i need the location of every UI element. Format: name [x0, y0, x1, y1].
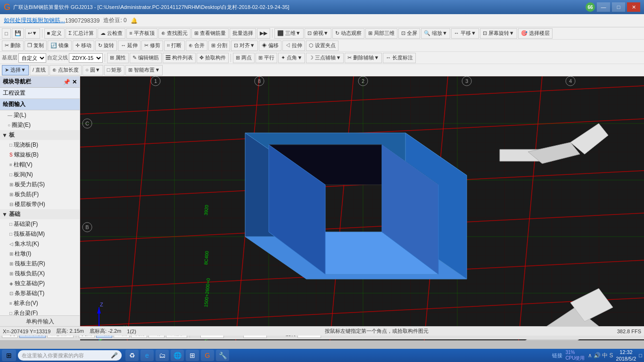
tree-item-spiral-slab[interactable]: S 螺旋板(B) [8, 150, 80, 160]
taskbar-icon-gdlda[interactable]: G [201, 350, 214, 361]
tree-item-beam[interactable]: — 梁(L) [0, 110, 80, 120]
taskbar-icon-globe[interactable]: 🌐 [171, 350, 184, 361]
tree-item-sump[interactable]: ◁ 集水坑(K) [8, 239, 80, 249]
line-tool-btn[interactable]: / 直线 [30, 65, 49, 75]
split-btn[interactable]: ⊞ 分割 [208, 41, 230, 51]
view-rebar-btn[interactable]: ⊞ 查看钢筋量 [191, 28, 229, 39]
phone-number: 13907298339 [65, 17, 99, 24]
cloud-check-btn[interactable]: ☁ 云检查 [98, 28, 125, 39]
parallel-btn[interactable]: ⊞ 平行 [256, 53, 277, 63]
notification-icon[interactable]: □ [639, 353, 642, 358]
more-btn[interactable]: ▶▶ [257, 28, 270, 39]
time-area[interactable]: 12:32 2018/5/2 [616, 349, 636, 362]
tree-group-slab[interactable]: ▼ 板 [0, 130, 80, 140]
circle-tool-btn[interactable]: ○ 圆▼ [83, 65, 103, 75]
taskbar-icon-cortana[interactable]: ♻ [125, 350, 139, 361]
maximize-button[interactable]: □ [612, 2, 625, 12]
local-3d-btn[interactable]: ⊞ 局部三维 [365, 28, 397, 39]
fullscreen-btn[interactable]: ⊡ 全屏 [398, 28, 420, 39]
tree-item-found-beam[interactable]: □ 基础梁(F) [8, 219, 80, 229]
dimension-btn[interactable]: ↔ 长度标注 [383, 53, 416, 63]
taskbar-icon-explorer[interactable]: 🗂 [156, 350, 169, 361]
tree-item-pile-cap[interactable]: ≡ 桩承台(V) [8, 298, 80, 308]
dynamic-obs-btn[interactable]: ↻ 动态观察 [332, 28, 364, 39]
move-btn[interactable]: ✛ 移动 [73, 41, 94, 51]
tree-item-column-cap[interactable]: ≡ 柱帽(V) [8, 160, 80, 170]
tree-item-slab-rebar[interactable]: ⊞ 板受力筋(S) [8, 180, 80, 189]
batch-select-btn[interactable]: 批量选择 [230, 28, 256, 39]
save-btn[interactable]: 💾 [12, 28, 24, 39]
pan-btn[interactable]: ↔ 平移▼ [451, 28, 479, 39]
property-btn[interactable]: ⊞ 属性 [107, 53, 129, 63]
grip-btn[interactable]: ⬡ 设置夹点 [306, 41, 339, 51]
point-angle-btn[interactable]: ✦ 点角▼ [278, 53, 305, 63]
tree-item-cast-slab[interactable]: □ 现浇板(B) [8, 140, 80, 150]
taskbar-icon-tool[interactable]: 🔧 [216, 350, 229, 361]
undo-btn[interactable]: ↩▼ [25, 28, 40, 39]
tree-item-raft-main-rebar[interactable]: ⊞ 筏板主筋(R) [8, 259, 80, 269]
viewport[interactable]: 1 8 2 3 4 C B 3920 8C400 1500+2600+0 120… [80, 76, 644, 340]
screen-rotate-btn[interactable]: ⊡ 屏幕旋转▼ [480, 28, 517, 39]
stretch-btn[interactable]: ◁ 拉伸 [282, 41, 305, 51]
component-list-btn[interactable]: ☰ 构件列表 [163, 53, 196, 63]
zoom-btn[interactable]: 🔍 缩放▼ [421, 28, 450, 39]
extend-btn[interactable]: ↔ 延伸 [118, 41, 140, 51]
notif-right: 13907298339 造价豆: 0 🔔 [65, 16, 138, 25]
mirror-btn[interactable]: 🔃 镜像 [48, 41, 72, 51]
close-button[interactable]: ✕ [627, 2, 640, 12]
select-floor-btn[interactable]: 🎯 选择楼层 [518, 28, 553, 39]
engineering-settings[interactable]: 工程设置 [0, 88, 80, 99]
trim-btn[interactable]: ✂ 修剪 [141, 41, 163, 51]
tree-group-foundation[interactable]: ▼ 基础 [0, 209, 80, 219]
taskbar-search[interactable]: 在这里输入你要搜索的内容 🎤 [18, 350, 122, 361]
add-length-btn[interactable]: ⊕ 点加长度 [50, 65, 82, 75]
break-btn[interactable]: ⌗ 打断 [164, 41, 184, 51]
start-button[interactable]: ⊞ [2, 350, 16, 361]
tree-item-slab-hole[interactable]: □ 板洞(N) [8, 170, 80, 180]
taskbar-icon-app1[interactable]: ⊞ [186, 350, 199, 361]
tree-item-floor-band[interactable]: ⊟ 楼层板带(H) [8, 199, 80, 209]
foundation-collapse-icon: ▼ [2, 211, 8, 218]
three-point-axis-btn[interactable]: ☽ 三点辅轴▼ [306, 53, 344, 63]
3d-btn[interactable]: ⬛ 三维▼ [274, 28, 304, 39]
svg-text:1: 1 [154, 78, 157, 84]
drawing-input[interactable]: 绘图输入 [0, 99, 80, 110]
hint-text: 按鼠标左键指定第一个角点，或拾取构件图元 [142, 328, 611, 335]
tree-item-ring-beam[interactable]: ○ 圈梁(E) [0, 120, 80, 130]
rect-tool-btn[interactable]: □ 矩形 [104, 65, 125, 75]
tree-item-col-pier[interactable]: ⊞ 柱墩(I) [8, 249, 80, 259]
xy-coords: X=-207419 Y=13319 [3, 329, 50, 334]
define-btn[interactable]: ■ 定义 [44, 28, 65, 39]
find-element-btn[interactable]: ⊕ 查找图元 [158, 28, 190, 39]
smart-layout-btn[interactable]: ⊞ 智能布置▼ [125, 65, 163, 75]
pin-icon[interactable]: 📌 [63, 79, 70, 85]
taskbar-icon-ie[interactable]: e [140, 350, 154, 361]
delete-btn[interactable]: ✂ 删除 [2, 41, 24, 51]
panel-close-icon[interactable]: ✕ [72, 79, 77, 85]
tray-icons: ∧ 🔊 中 S [588, 352, 613, 360]
layer-select[interactable]: 自定义 [18, 53, 46, 63]
minimize-button[interactable]: — [597, 2, 610, 12]
zdyx-select[interactable]: ZDYX-15 [69, 53, 103, 63]
tree-item-raft[interactable]: □ 筏板基础(M) [8, 229, 80, 239]
merge-btn[interactable]: ⊕ 合并 [186, 41, 207, 51]
top-view-btn[interactable]: ⊡ 俯视▼ [305, 28, 331, 39]
offset-btn[interactable]: ◈ 偏移 [259, 41, 281, 51]
copy-btn[interactable]: ❐ 复制 [25, 41, 47, 51]
pick-component-btn[interactable]: ✥ 拾取构件 [197, 53, 229, 63]
tree-item-raft-neg-rebar[interactable]: ⊞ 筏板负筋(X) [8, 269, 80, 279]
rotate-btn[interactable]: ↻ 旋转 [95, 41, 117, 51]
del-axis-btn[interactable]: ✂ 删除辅轴▼ [345, 53, 382, 63]
tree-item-cap-beam[interactable]: □ 承台梁(F) [8, 308, 80, 315]
tree-item-strip-found[interactable]: ⊡ 条形基础(T) [8, 288, 80, 298]
new-btn[interactable]: □ [2, 28, 11, 39]
calc-btn[interactable]: Σ 汇总计算 [66, 28, 97, 39]
edit-rebar-btn[interactable]: ✎ 编辑钢筋 [130, 53, 162, 63]
align-btn[interactable]: ⊡ 对齐▼ [231, 41, 258, 51]
two-point-btn[interactable]: ⊞ 两点 [233, 53, 255, 63]
select-tool-btn[interactable]: ➤ 选择▼ [2, 65, 29, 75]
tree-item-isolated-found[interactable]: ◈ 独立基础(P) [8, 279, 80, 288]
bell-icon: 🔔 [131, 17, 138, 24]
level-top-btn[interactable]: ≡ 平齐板顶 [126, 28, 157, 39]
tree-item-slab-neg-rebar[interactable]: ⊞ 板负筋(F) [8, 189, 80, 199]
